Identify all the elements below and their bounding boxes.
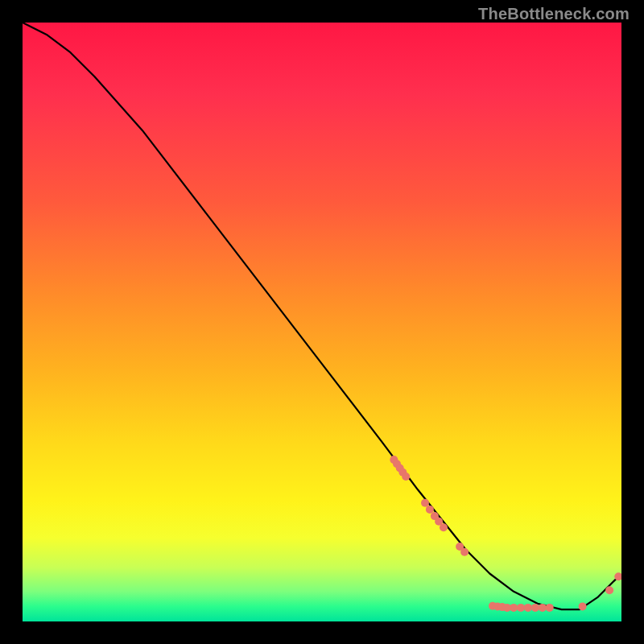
marker-dot (531, 604, 539, 612)
curve-layer (23, 23, 621, 621)
chart-stage: TheBottleneck.com (0, 0, 644, 644)
marker-dot (524, 604, 532, 612)
marker-dot (421, 499, 429, 507)
marker-dot (402, 473, 410, 481)
plot-area (23, 23, 621, 621)
marker-dot (517, 604, 525, 612)
marker-dot (426, 506, 434, 514)
marker-dot (605, 586, 613, 594)
marker-dot (460, 548, 469, 556)
marker-dot (579, 602, 587, 610)
marker-dot (440, 523, 448, 531)
marker-dot (539, 604, 547, 612)
marker-dot (546, 604, 554, 612)
marker-dot (510, 604, 518, 612)
marker-group (390, 456, 621, 612)
bottleneck-curve-path (23, 23, 616, 609)
watermark-text: TheBottleneck.com (478, 5, 630, 23)
